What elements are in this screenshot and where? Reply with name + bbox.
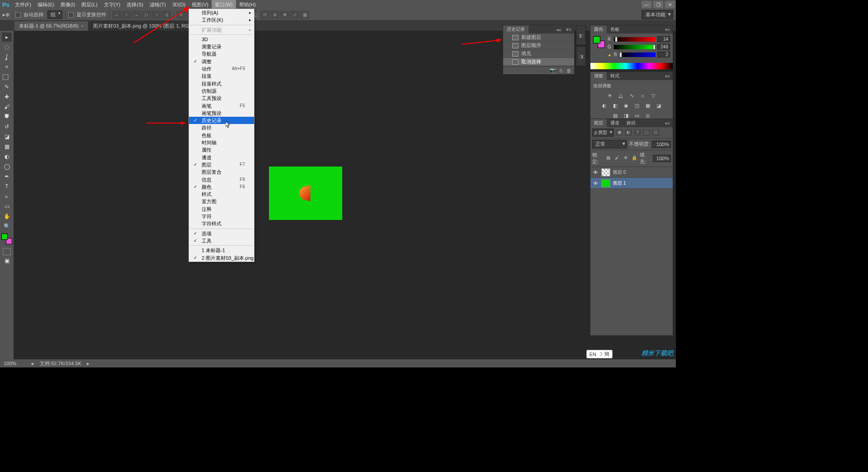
- levels-icon[interactable]: ⧋: [617, 92, 624, 99]
- menu-item[interactable]: 工具预设: [189, 95, 254, 102]
- document-tab[interactable]: 未标题-1 @ 66.7%(RGB/8) ×: [14, 21, 89, 31]
- lock-pixels-icon[interactable]: 🖌: [614, 155, 620, 162]
- panel-menu-icon[interactable]: ▾≡: [662, 121, 673, 126]
- layer-name[interactable]: 图层 0: [613, 169, 626, 176]
- move-tool[interactable]: ▸: [2, 33, 12, 42]
- align-icon[interactable]: |⫞: [142, 11, 151, 19]
- paths-tab[interactable]: 路径: [623, 119, 639, 127]
- menu-type[interactable]: 文字(Y): [101, 0, 124, 9]
- lock-position-icon[interactable]: ✥: [623, 155, 628, 162]
- 3d-icon[interactable]: ▦: [300, 11, 309, 19]
- menu-edit[interactable]: 编辑(E): [34, 0, 57, 9]
- stamp-tool[interactable]: ⛊: [2, 112, 12, 121]
- filter-shape-icon[interactable]: ▢: [643, 129, 650, 136]
- crop-tool[interactable]: ⃞: [2, 72, 12, 81]
- menu-item[interactable]: 字符样式: [189, 220, 254, 227]
- menu-view[interactable]: 视图(V): [189, 0, 212, 9]
- menu-item[interactable]: 图层复合: [189, 168, 254, 176]
- menu-item[interactable]: 1 未标题-1: [189, 247, 254, 254]
- menu-3d[interactable]: 3D(D): [169, 0, 189, 9]
- fg-swatch[interactable]: [593, 36, 600, 43]
- layer-name[interactable]: 图层 1: [613, 180, 626, 186]
- menu-item[interactable]: 注释: [189, 205, 254, 213]
- vibrance-icon[interactable]: ▽: [650, 92, 657, 99]
- menu-item[interactable]: 色板: [189, 132, 254, 139]
- menu-item[interactable]: 画笔预设: [189, 110, 254, 117]
- filter-type-icon[interactable]: T: [634, 129, 641, 136]
- filter-smart-icon[interactable]: ◫: [652, 129, 659, 136]
- align-icon[interactable]: ⫠: [112, 11, 121, 19]
- history-item[interactable]: 新建图层: [503, 33, 574, 42]
- minimize-button[interactable]: —: [642, 1, 651, 8]
- panel-color-swatches[interactable]: [593, 36, 605, 48]
- align-icon[interactable]: ⫞: [152, 11, 161, 19]
- menu-item[interactable]: 3D: [189, 36, 254, 43]
- exposure-icon[interactable]: ☼: [639, 92, 646, 99]
- layer-thumb[interactable]: [601, 168, 610, 176]
- swatches-tab[interactable]: 色板: [607, 25, 623, 33]
- camera-icon[interactable]: 📷: [550, 67, 556, 73]
- menu-item[interactable]: 通道: [189, 154, 254, 161]
- brush-tool[interactable]: 🖌: [2, 102, 12, 111]
- menu-filter[interactable]: 滤镜(T): [146, 0, 169, 9]
- fill-value[interactable]: 100%: [653, 155, 671, 162]
- lock-transparent-icon[interactable]: ▦: [605, 155, 611, 162]
- menu-help[interactable]: 帮助(H): [236, 0, 259, 9]
- r-value[interactable]: 14: [657, 36, 670, 42]
- menu-item[interactable]: 信息F8: [189, 176, 254, 183]
- heal-tool[interactable]: ✚: [2, 92, 12, 101]
- selective-color-icon[interactable]: ◎: [644, 112, 651, 119]
- shape-tool[interactable]: ▭: [2, 202, 12, 211]
- layer-row[interactable]: 👁图层 0: [590, 167, 673, 178]
- layer-thumb[interactable]: [601, 179, 610, 187]
- color-spectrum[interactable]: [590, 63, 673, 69]
- gradient-tool[interactable]: ▦: [2, 142, 12, 151]
- distribute-icon[interactable]: ≡: [177, 11, 186, 19]
- screen-mode-toggle[interactable]: ▣: [2, 256, 12, 265]
- panel-collapse-icon[interactable]: ◂◂: [553, 27, 563, 32]
- auto-select-checkbox[interactable]: [15, 12, 21, 18]
- menu-file[interactable]: 文件(F): [12, 0, 34, 9]
- filter-pixel-icon[interactable]: ▣: [616, 129, 623, 136]
- blur-tool[interactable]: ◐: [2, 152, 12, 161]
- posterize-icon[interactable]: ▤: [612, 112, 619, 119]
- channels-tab[interactable]: 通道: [607, 119, 623, 127]
- zoom-value[interactable]: 100%: [4, 361, 26, 366]
- lasso-tool[interactable]: ʆ: [2, 52, 12, 62]
- layer-row[interactable]: 👁图层 1: [590, 178, 673, 189]
- menu-item[interactable]: 历史记录: [189, 117, 254, 124]
- new-snapshot-icon[interactable]: ⎘: [560, 68, 563, 73]
- menu-item[interactable]: 仿制源: [189, 87, 254, 95]
- color-tab[interactable]: 颜色: [590, 25, 607, 33]
- dodge-tool[interactable]: ◯: [2, 162, 12, 171]
- marquee-tool[interactable]: ◌: [2, 43, 12, 52]
- menu-item[interactable]: 2 图片素材03_副本.png: [189, 254, 254, 262]
- menu-item[interactable]: 路径: [189, 124, 254, 131]
- show-transform-checkbox[interactable]: [68, 12, 74, 18]
- lock-all-icon[interactable]: 🔒: [631, 155, 637, 162]
- menu-image[interactable]: 图像(I): [57, 0, 78, 9]
- b-value[interactable]: 2: [657, 52, 670, 57]
- bw-icon[interactable]: ◧: [612, 102, 619, 109]
- menu-item[interactable]: 动作Alt+F9: [189, 65, 254, 72]
- zoom-tool[interactable]: 🔍: [2, 222, 12, 231]
- menu-item[interactable]: 选项: [189, 230, 254, 237]
- visibility-icon[interactable]: 👁: [592, 181, 599, 186]
- invert-icon[interactable]: ◪: [655, 102, 662, 109]
- menu-item[interactable]: 画笔F5: [189, 102, 254, 110]
- dock-stub-icon[interactable]: ◨: [576, 46, 586, 66]
- menu-item[interactable]: 图层F7: [189, 161, 254, 168]
- trash-icon[interactable]: 🗑: [566, 68, 571, 73]
- maximize-button[interactable]: ❐: [653, 1, 663, 8]
- panel-menu-icon[interactable]: ▾≡: [563, 27, 574, 33]
- r-slider[interactable]: [614, 37, 656, 42]
- close-button[interactable]: ✕: [665, 1, 675, 8]
- workspace-switcher[interactable]: 基本功能: [642, 10, 673, 19]
- photo-filter-icon[interactable]: ◉: [623, 102, 630, 109]
- visibility-icon[interactable]: 👁: [592, 170, 599, 175]
- color-swatches[interactable]: [1, 234, 12, 244]
- menu-item[interactable]: 工作区(K): [189, 16, 254, 24]
- menu-item[interactable]: 属性: [189, 146, 254, 153]
- align-icon[interactable]: ⫞|: [162, 11, 171, 19]
- b-slider[interactable]: [620, 52, 656, 57]
